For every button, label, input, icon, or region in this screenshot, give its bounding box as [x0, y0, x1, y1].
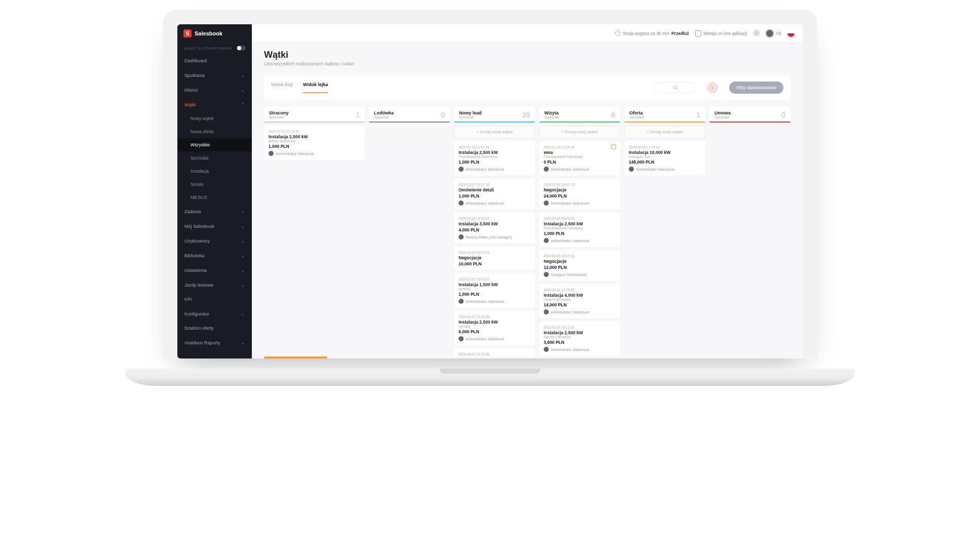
column-subtitle: Sprzedaż: [374, 115, 394, 119]
sidebar-item-label: Wątki: [184, 102, 196, 107]
sidebar-nav: DashboardSpotkania⌄Klienci⌄Wątki⌃Nowy wą…: [177, 54, 252, 359]
svg-point-0: [756, 32, 757, 33]
avatar-icon: [544, 238, 549, 243]
sidebar-item[interactable]: Jazdy testowe⌄: [177, 277, 252, 292]
sidebar-item-label: Konfigurator: [184, 311, 209, 316]
calendar-icon: [611, 144, 616, 149]
view-tab[interactable]: Widok lejka: [303, 82, 328, 93]
column-count: 39: [522, 111, 530, 119]
kanban-card[interactable]: 2020-01-18 11:52:35Instalacja 2,500 kWPr…: [454, 141, 535, 176]
kanban-card[interactable]: 2020-02-06 20:03:32Negocjacje12,000 PLNG…: [539, 250, 620, 281]
kanban-card[interactable]: 2020-02-07 10:31:18Omówienie detali1,000…: [454, 179, 535, 210]
kanban-card[interactable]: 2020-02-07 13:10:56Instalacja 2,500 kWse…: [454, 311, 535, 345]
sidebar-subitem[interactable]: Nowa oferta: [177, 125, 252, 138]
user-menu[interactable]: AS: [766, 29, 781, 37]
column-header[interactable]: Nowy lead Sprzedaż 39: [454, 107, 535, 123]
sidebar-subitem[interactable]: Wszystkie: [177, 138, 252, 151]
extend-session-link[interactable]: Przedłuż: [671, 31, 689, 36]
card-subtitle: Maciej Chrzaniuk: [544, 335, 616, 339]
sidebar-subitem[interactable]: Sprzedaż: [177, 151, 252, 165]
sidebar-item[interactable]: Ustawienia⌄: [177, 263, 252, 277]
chevron-down-icon: ⌄: [241, 282, 245, 288]
autohide-toggle[interactable]: [237, 46, 246, 51]
sidebar-item[interactable]: Konfigurator⌄: [177, 306, 252, 321]
sidebar-item-label: Szablon oferty: [184, 326, 214, 331]
sidebar-item[interactable]: Wątki⌃: [177, 97, 252, 112]
sidebar-item[interactable]: Dashboard: [177, 54, 252, 68]
kanban-card[interactable]: 2020-01-31 09:02:13Negocjacje24,000 PLNA…: [539, 179, 620, 210]
kanban-card[interactable]: 2020-01-30 11:24:29wwaPrzedstawiciel Han…: [539, 141, 620, 176]
kanban-card[interactable]: 2020-02-25 10:12:00Instalacja 2,500 kWMa…: [539, 322, 620, 356]
card-amount: 1,000 PLN: [459, 292, 531, 297]
card-date: 2020-02-07 13:15:08: [459, 352, 531, 356]
column-title: Oferta: [629, 110, 645, 115]
card-subtitle: admin Salesbook: [269, 139, 360, 143]
kanban-card[interactable]: 2020-02-05 20:23:23Negocjacje10,000 PLN: [454, 247, 535, 270]
chevron-down-icon: ⌄: [241, 209, 245, 214]
column-header[interactable]: Oferta Sprzedaż 1: [624, 107, 705, 123]
kanban-column: Wizyta Sprzedaż 6+ Dodaj nowy wątek2020-…: [539, 107, 620, 352]
add-thread-button[interactable]: + Dodaj nowy wątek: [454, 126, 535, 138]
card-date: 2020-02-07 10:31:18: [459, 183, 531, 186]
language-flag-icon[interactable]: [787, 30, 795, 37]
column-header[interactable]: Lodówka Sprzedaż 0: [369, 107, 450, 123]
card-owner: Administrator Salesbook: [544, 309, 616, 314]
add-thread-button[interactable]: + Dodaj nowy wątek: [539, 126, 620, 138]
sidebar-item[interactable]: KPI: [177, 292, 252, 306]
search-input[interactable]: [655, 82, 696, 93]
sidebar-item[interactable]: Klienci⌄: [177, 83, 252, 97]
expand-search-button[interactable]: ›: [707, 82, 718, 93]
sidebar-subitem[interactable]: Serwis: [177, 178, 252, 191]
sidebar-subitem[interactable]: Nowy wątek: [177, 112, 252, 125]
column-header[interactable]: Umowa Sprzedaż 0: [709, 107, 790, 123]
kanban-card[interactable]: 2020-02-24 22:19:46Instalacja 2,500 kWad…: [264, 126, 365, 160]
brand[interactable]: S Salesbook: [177, 24, 252, 43]
chevron-down-icon: ⌄: [241, 267, 245, 273]
column-title: Lodówka: [374, 110, 394, 115]
brand-logo-icon: S: [183, 29, 192, 37]
sidebar-subitem[interactable]: MB BUS: [177, 191, 252, 204]
sidebar-subitem[interactable]: Instalacja: [177, 165, 252, 178]
card-amount: 0 PLN: [544, 160, 616, 165]
sidebar-item[interactable]: Mój Salesbook⌄: [177, 219, 252, 233]
card-amount: 10,000 PLN: [459, 261, 531, 266]
card-amount: 12,000 PLN: [544, 265, 616, 270]
chevron-up-icon: ⌃: [241, 102, 245, 107]
chevron-down-icon: ⌄: [241, 72, 245, 78]
sidebar-item[interactable]: Spotkania⌄: [177, 68, 252, 83]
sidebar-item[interactable]: Biblioteka⌄: [177, 248, 252, 263]
kanban-card[interactable]: 2020-02-05 20:30:00Instalacja 2,500 kWPr…: [539, 213, 620, 247]
column-title: Stracony: [269, 110, 289, 115]
card-title: Negocjacje: [459, 255, 531, 260]
column-header[interactable]: Wizyta Sprzedaż 6: [539, 107, 620, 123]
add-thread-button[interactable]: + Dodaj nowy wątek: [624, 126, 705, 138]
card-subtitle: Przedstawiciel Handlowy: [459, 155, 531, 158]
card-date: 2020-02-25 10:12:00: [544, 326, 616, 329]
kanban-card[interactable]: 2020-02-06 11:19:13Instalacja 10,000 kWG…: [624, 141, 705, 176]
card-subtitle: Dawid Karmelarz: [544, 298, 616, 301]
avatar-icon: [766, 29, 774, 37]
kanban-card[interactable]: 2020-02-11 11:19:19Instalacja 4,000 kWDa…: [539, 284, 620, 319]
kanban-column: Oferta Sprzedaż 1+ Dodaj nowy wątek2020-…: [624, 107, 705, 352]
card-subtitle: Grzegorz Tos: [629, 155, 701, 158]
avatar-icon: [459, 201, 464, 206]
column-subtitle: Sprzedaż: [269, 115, 289, 119]
advanced-filters-button[interactable]: Filtry zaawansowane: [729, 82, 783, 94]
kanban-card[interactable]: 2020-02-07 13:15:08Wymiana instalacjiser…: [454, 348, 535, 356]
card-amount: 6,000 PLN: [459, 329, 531, 334]
online-version-link[interactable]: Wersja on-line aplikacji: [695, 30, 747, 36]
kanban-card[interactable]: 2020-02-07 12:43:42Instalacja 1,500 kWse…: [454, 273, 535, 308]
column-subtitle: Sprzedaż: [629, 115, 645, 119]
card-title: Instalacja 3,500 kW: [459, 221, 531, 226]
sidebar-item[interactable]: Zadania⌄: [177, 204, 252, 219]
sidebar-item[interactable]: Szablon oferty: [177, 321, 252, 335]
sidebar-item[interactable]: Użytkownicy⌄: [177, 233, 252, 248]
view-tab[interactable]: Widok listy: [271, 82, 293, 93]
settings-button[interactable]: [753, 30, 760, 37]
kanban-card[interactable]: 2020-02-03 13:25:33Instalacja 3,500 kW4,…: [454, 213, 535, 244]
avatar-icon: [544, 201, 549, 206]
chevron-down-icon: ⌄: [241, 253, 245, 258]
column-header[interactable]: Stracony Sprzedaż 1: [264, 107, 365, 123]
card-owner: Administrator Salesbook: [459, 336, 531, 341]
sidebar-item[interactable]: Assiduus Raporty⌄: [177, 335, 252, 350]
